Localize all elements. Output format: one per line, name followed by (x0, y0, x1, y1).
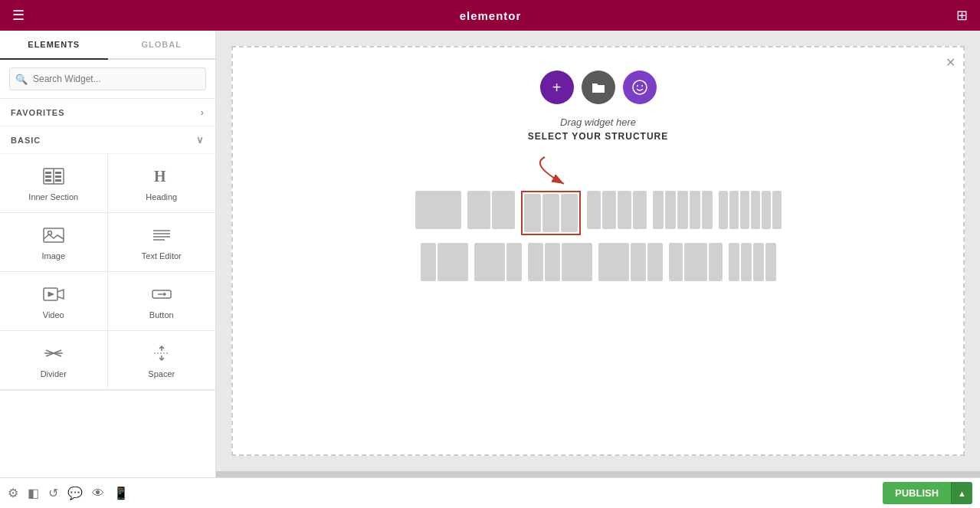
emoji-button[interactable] (623, 70, 657, 104)
responsive-icon[interactable]: 📱 (113, 486, 129, 500)
text-editor-icon (151, 227, 172, 247)
image-label: Image (41, 251, 65, 261)
svg-text:H: H (154, 168, 166, 185)
basic-chevron-icon: ∨ (196, 134, 205, 146)
widget-button[interactable]: Button (108, 272, 216, 331)
spacer-icon (151, 345, 172, 365)
text-editor-label: Text Editor (142, 251, 182, 261)
search-input[interactable] (9, 67, 206, 90)
button-icon (151, 286, 172, 306)
select-structure-label: SELECT YOUR STRUCTURE (528, 131, 668, 142)
svg-point-28 (637, 85, 638, 87)
svg-point-29 (641, 85, 643, 87)
basic-label: BASIC (11, 136, 41, 145)
basic-section-header[interactable]: BASIC ∨ (0, 126, 215, 154)
fab-row: + (540, 70, 657, 104)
canvas-content: ✕ + Drag wi (231, 46, 965, 456)
widget-video[interactable]: Video (0, 272, 108, 331)
publish-caret-button[interactable]: ▲ (951, 482, 972, 504)
settings-icon[interactable]: ⚙ (8, 486, 18, 500)
struct-1-3[interactable] (421, 243, 468, 281)
widget-inner-section[interactable]: Inner Section (0, 154, 108, 213)
widget-divider[interactable]: Divider (0, 331, 108, 390)
widget-image[interactable]: Image (0, 213, 108, 272)
heading-icon: H (152, 168, 172, 188)
tab-elements[interactable]: ELEMENTS (0, 31, 108, 60)
search-wrapper: 🔍 (9, 67, 206, 90)
struct-3-1-1[interactable] (598, 243, 663, 281)
svg-rect-4 (45, 179, 51, 182)
top-bar: ☰ elementor ⊞ (0, 0, 980, 31)
template-library-button[interactable] (582, 70, 615, 104)
canvas-scrollbar[interactable] (216, 471, 980, 477)
favorites-chevron-icon: › (201, 107, 205, 118)
inner-section-label: Inner Section (28, 192, 78, 202)
svg-rect-6 (55, 175, 61, 178)
struct-1col[interactable] (415, 191, 461, 235)
canvas-area: ✕ + Drag wi (216, 31, 980, 477)
add-section-button[interactable]: + (540, 70, 574, 104)
struct-3col-selected[interactable] (521, 191, 581, 235)
struct-6col[interactable] (719, 191, 782, 235)
favorites-label: FAVORITES (11, 108, 65, 117)
struct-1-2-1[interactable] (669, 243, 723, 281)
divider-icon (43, 345, 64, 365)
grid-icon[interactable]: ⊞ (956, 7, 968, 24)
struct-5col[interactable] (653, 191, 713, 235)
layers-icon[interactable]: ◧ (28, 486, 39, 500)
button-label: Button (149, 310, 174, 320)
svg-rect-3 (45, 175, 51, 178)
structure-row-1 (353, 191, 844, 235)
structure-section (353, 157, 844, 289)
struct-4col[interactable] (587, 191, 647, 235)
widget-heading[interactable]: H Heading (108, 154, 216, 213)
view-icon[interactable]: 👁 (92, 487, 104, 500)
svg-rect-7 (55, 179, 61, 182)
widget-grid: Inner Section H Heading (0, 154, 215, 391)
comments-icon[interactable]: 💬 (67, 486, 83, 500)
drag-hint: Drag widget here (560, 116, 636, 128)
bottom-bar: ⚙ ◧ ↺ 💬 👁 📱 PUBLISH ▲ (0, 477, 980, 508)
sidebar: ELEMENTS GLOBAL 🔍 FAVORITES › BASIC ∨ (0, 31, 216, 477)
history-icon[interactable]: ↺ (48, 486, 58, 500)
widget-spacer[interactable]: Spacer (108, 331, 216, 390)
svg-rect-9 (44, 228, 64, 242)
widget-text-editor[interactable]: Text Editor (108, 213, 216, 272)
structure-row-2 (353, 243, 844, 281)
favorites-section-header[interactable]: FAVORITES › (0, 99, 215, 126)
arrow-svg (522, 157, 675, 188)
svg-rect-5 (55, 172, 61, 174)
search-icon: 🔍 (15, 74, 28, 85)
image-icon (43, 227, 64, 247)
hamburger-menu-icon[interactable]: ☰ (12, 7, 25, 24)
svg-rect-2 (45, 172, 51, 174)
publish-button[interactable]: PUBLISH (883, 482, 951, 504)
canvas-close-button[interactable]: ✕ (946, 55, 955, 70)
search-container: 🔍 (0, 60, 215, 99)
spacer-label: Spacer (148, 369, 175, 379)
app-title: elementor (460, 9, 522, 22)
main-layout: ELEMENTS GLOBAL 🔍 FAVORITES › BASIC ∨ (0, 31, 980, 477)
struct-3-1[interactable] (474, 243, 522, 281)
svg-marker-16 (48, 292, 54, 297)
publish-group: PUBLISH ▲ (883, 482, 972, 504)
heading-label: Heading (146, 192, 177, 202)
inner-section-icon (43, 168, 64, 188)
sidebar-tabs: ELEMENTS GLOBAL (0, 31, 215, 60)
video-label: Video (43, 310, 64, 320)
struct-4narrow[interactable] (729, 243, 776, 281)
struct-2col[interactable] (467, 191, 515, 235)
tab-global[interactable]: GLOBAL (108, 31, 216, 58)
divider-label: Divider (41, 369, 67, 379)
video-icon (43, 286, 64, 306)
struct-1-1-3[interactable] (528, 243, 592, 281)
svg-point-27 (633, 80, 647, 94)
